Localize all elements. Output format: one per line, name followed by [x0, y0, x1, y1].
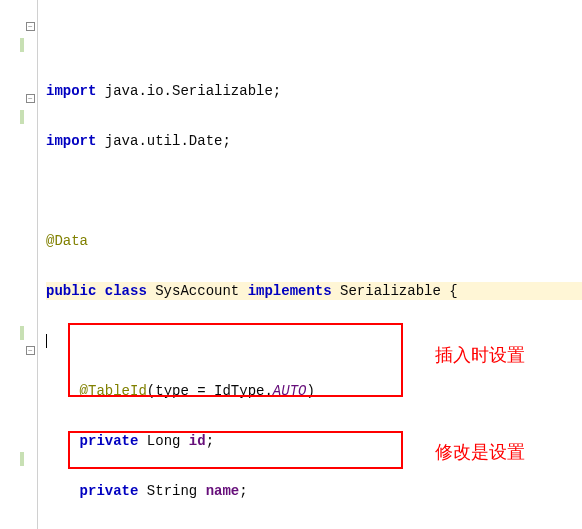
- callout-insert-label: 插入时设置: [435, 343, 525, 367]
- code-line: [46, 182, 582, 200]
- code-line: private String name;: [46, 482, 582, 500]
- change-marker-icon: [20, 38, 24, 52]
- change-marker-icon: [20, 110, 24, 124]
- code-line: @Data: [46, 232, 582, 250]
- fold-marker-icon[interactable]: −: [26, 94, 35, 103]
- callout-update-label: 修改是设置: [435, 440, 525, 464]
- change-marker-icon: [20, 326, 24, 340]
- code-line: public class SysAccount implements Seria…: [46, 282, 582, 300]
- fold-marker-icon[interactable]: −: [26, 22, 35, 31]
- change-marker-icon: [20, 452, 24, 466]
- code-line: [46, 32, 582, 50]
- text-cursor-icon: [46, 334, 47, 348]
- code-line: @TableId(type = IdType.AUTO): [46, 382, 582, 400]
- code-line: import java.io.Serializable;: [46, 82, 582, 100]
- gutter: − − −: [0, 0, 38, 529]
- fold-marker-icon[interactable]: −: [26, 346, 35, 355]
- code-line: import java.util.Date;: [46, 132, 582, 150]
